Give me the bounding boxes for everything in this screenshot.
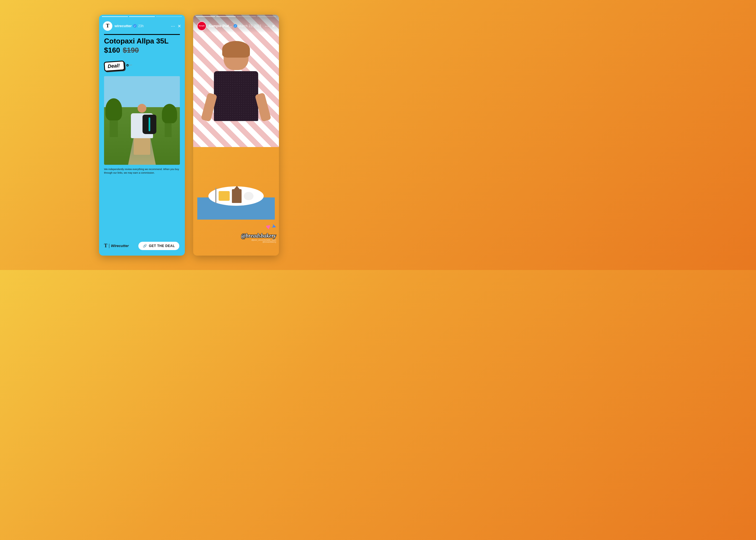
person-head-area [197, 42, 275, 70]
close-button-sample[interactable]: × [272, 23, 275, 29]
sample-bar-2 [216, 16, 236, 17]
sample-person [197, 42, 275, 170]
logo-divider [109, 244, 109, 248]
wc-disclaimer: We independently review everything we re… [104, 168, 180, 175]
close-button-wirecutter[interactable]: × [178, 23, 181, 29]
story-date-sample: March 22, 2021 [239, 24, 262, 28]
arrow-icon: ➤ [270, 222, 277, 232]
username-block: wirecutter 23h [115, 24, 144, 28]
nyt-icon: T [106, 23, 109, 29]
progress-bar-1 [102, 16, 128, 17]
sample-person-area [193, 31, 279, 170]
verified-icon-sample [234, 24, 237, 28]
bakery-overlay: ♥ ➤ @breadsbakery @poor_uncomfortable_si… [241, 223, 276, 239]
deal-sticker: Deal! [104, 61, 125, 72]
story-sample: ♥ ➤ @breadsbakery @poor_uncomfortable_si… [193, 15, 279, 256]
link-icon: 🔗 [143, 244, 147, 248]
username-wirecutter: wirecutter [115, 24, 132, 28]
deal-tag-text: Deal! [107, 63, 120, 69]
wc-footer: T Wirecutter 🔗 GET THE DEAL [104, 241, 180, 251]
sp-arm-left [201, 92, 218, 122]
sample-plate [208, 186, 264, 206]
person-pants [134, 138, 150, 155]
story-wirecutter: T wirecutter 23h ··· × Cotopaxi Allpa 35… [99, 15, 185, 256]
person-shirt [131, 113, 153, 138]
wirecutter-logo-text: Wirecutter [111, 244, 129, 248]
wc-divider [104, 34, 180, 35]
wc-content: Cotopaxi Allpa 35L $160 $190 Deal! [99, 15, 185, 256]
sample-username-block: Sample Plat... March 22, 2021 [209, 24, 262, 28]
progress-bar-3 [156, 16, 182, 17]
dots-button-sample[interactable]: ··· [265, 24, 269, 29]
sample-background: ♥ ➤ @breadsbakery @poor_uncomfortable_si… [193, 15, 279, 256]
wc-logo: T Wirecutter [104, 243, 129, 249]
wc-price-old: $190 [123, 46, 139, 55]
sp-hair [222, 41, 250, 58]
wc-price-block: $160 $190 [104, 46, 180, 55]
avatar-sample: Sample [197, 21, 206, 31]
fork [215, 188, 216, 203]
deal-sticker-area: Deal! [104, 61, 180, 72]
person-backpack [143, 115, 156, 134]
header-actions-wirecutter: ··· × [171, 23, 181, 29]
bakery-hearts: ♥ ➤ [241, 223, 276, 231]
food-cream [244, 192, 254, 200]
sp-head [224, 42, 249, 70]
progress-bars-sample [196, 16, 276, 17]
wc-title-block: Cotopaxi Allpa 35L $160 $190 [104, 34, 180, 55]
sample-bar-3 [237, 16, 256, 17]
sp-arms [204, 93, 268, 121]
person-figure [125, 104, 159, 165]
sample-bar-4 [257, 16, 276, 17]
bakery-credit: @poor_uncomfortable_sides @breadsbakery [241, 239, 276, 243]
tree-top-1 [105, 98, 122, 120]
story-header-content: T wirecutter 23h ··· × [103, 21, 181, 31]
person-head [138, 104, 147, 113]
avatar-nyt: T [103, 21, 112, 31]
sample-bar-1 [196, 16, 215, 17]
story-time-wirecutter: 23h [138, 24, 144, 28]
get-deal-button[interactable]: 🔗 GET THE DEAL [138, 241, 180, 251]
outdoor-background [104, 76, 180, 165]
sp-arm-right [255, 92, 271, 122]
tree-top-2 [162, 104, 177, 123]
food-yellow [219, 191, 230, 201]
story-header-sample: Sample Sample Plat... March 22, 2021 ···… [193, 15, 279, 33]
bakery-handle: @breadsbakery [241, 233, 276, 239]
wc-product-image [104, 76, 180, 165]
stories-container: T wirecutter 23h ··· × Cotopaxi Allpa 35… [91, 6, 287, 264]
wc-price-new: $160 [104, 46, 120, 55]
username-sample: Sample Plat... [209, 24, 232, 28]
wc-product-name: Cotopaxi Allpa 35L [104, 37, 180, 45]
sample-avatar-text: Sample [199, 25, 204, 27]
header-actions-sample: ··· × [265, 23, 275, 29]
dots-button-wirecutter[interactable]: ··· [171, 24, 175, 29]
sample-header-content: Sample Sample Plat... March 22, 2021 ···… [197, 21, 275, 31]
story-header-wirecutter: T wirecutter 23h ··· × [99, 15, 185, 33]
progress-bars-wirecutter [102, 16, 182, 17]
progress-bar-2 [129, 16, 155, 17]
cta-label: GET THE DEAL [149, 244, 175, 248]
nyt-logo: T [104, 243, 107, 249]
food-brownie [232, 189, 242, 203]
deal-tag-string [128, 65, 132, 66]
verified-icon-wirecutter [133, 24, 137, 28]
